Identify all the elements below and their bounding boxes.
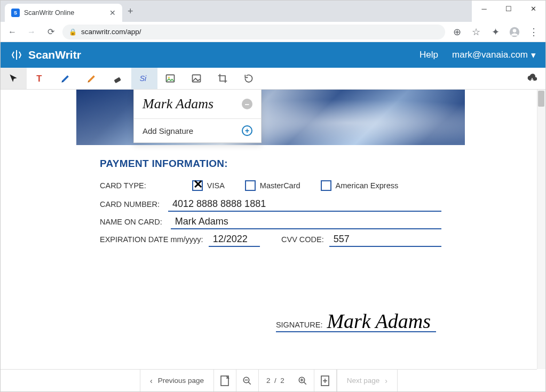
exp-cvv-row: EXPIRATION DATE mm/yyyy: 12/2022 CVV COD… [100,233,441,247]
browser-tab[interactable]: S ScanWritr Online ✕ [5,4,122,22]
name-row: NAME ON CARD: Mark Adams [100,215,441,229]
name-value[interactable]: Mark Adams [171,215,441,229]
user-menu[interactable]: mark@vanaia.com ▾ [452,50,536,61]
scrollbar-thumb[interactable] [538,91,544,107]
next-page-label: Next page [347,377,380,385]
browser-right-icons: ⊕ ☆ ✦ ⋮ [449,25,541,39]
cvv-label: CVV CODE: [281,235,324,244]
svg-line-11 [249,382,251,385]
canvas: PAYMENT INFORMATION: CARD TYPE: VISA Mas… [1,90,545,391]
tab-close-icon[interactable]: ✕ [109,9,116,17]
tool-crop[interactable] [210,68,236,89]
section-title: PAYMENT INFORMATION: [100,158,441,170]
signature-area: SIGNATURE: Mark Adams [100,311,441,332]
tool-signature[interactable]: Si [131,68,157,89]
signature-label: SIGNATURE: [276,321,323,331]
page-sep: / [274,377,276,385]
card-type-row: CARD TYPE: VISA MasterCard American Expr… [100,180,441,191]
tool-eraser[interactable] [105,68,131,89]
page-indicator: 2 / 2 [259,377,292,385]
close-window-button[interactable]: ✕ [521,1,545,17]
checkbox-icon [321,180,331,191]
tool-text[interactable]: T [27,68,53,89]
svg-point-1 [513,29,517,33]
name-label: NAME ON CARD: [100,218,162,226]
chevron-left-icon: ‹ [150,377,153,385]
maximize-button[interactable]: ☐ [496,1,521,17]
checkbox-icon [245,180,256,191]
card-number-row: CARD NUMBER: 4012 8888 8888 1881 [100,197,441,212]
zoom-in-button[interactable] [292,370,314,392]
page-icon [220,375,230,386]
fit-page-button[interactable] [214,370,236,392]
prev-page-label: Previous page [158,377,204,385]
add-page-button[interactable] [314,370,337,392]
nav-back-button[interactable]: ← [5,25,20,39]
header-right: Help mark@vanaia.com ▾ [420,50,536,61]
tool-marker[interactable] [79,68,105,89]
brand[interactable]: ScanWritr [10,49,81,61]
minimize-button[interactable]: ─ [472,1,496,17]
current-page: 2 [266,377,271,385]
vertical-scrollbar[interactable] [537,90,545,369]
option-visa[interactable]: VISA [192,180,225,191]
cvv-value[interactable]: 557 [329,233,441,247]
star-icon[interactable]: ☆ [469,25,484,39]
lock-icon: 🔒 [69,28,77,36]
signature-line[interactable]: SIGNATURE: Mark Adams [276,311,436,332]
signature-item[interactable]: Mark Adams − [134,90,261,118]
browser-window: S ScanWritr Online ✕ + ─ ☐ ✕ ← → ⟳ 🔒 sca… [0,0,546,392]
option-amex[interactable]: American Express [321,180,399,191]
help-link[interactable]: Help [420,50,438,60]
add-signature-item[interactable]: Add Signature + [134,118,261,142]
chevron-down-icon: ▾ [531,50,536,61]
favicon-icon: S [11,9,20,17]
option-mastercard[interactable]: MasterCard [245,180,300,191]
add-signature-icon[interactable]: + [242,125,252,136]
checkbox-icon [192,180,203,191]
new-tab-button[interactable]: + [128,6,133,17]
exp-label: EXPIRATION DATE mm/yyyy: [100,235,203,244]
card-number-value[interactable]: 4012 8888 8888 1881 [168,197,441,212]
add-bookmark-icon[interactable]: ⊕ [449,25,464,39]
user-email: mark@vanaia.com [452,50,528,60]
svg-rect-4 [114,77,121,84]
tool-image[interactable] [157,68,184,89]
chevron-right-icon: › [385,377,387,385]
page-plus-icon [320,375,330,386]
next-page-button[interactable]: Next page › [337,370,398,392]
profile-icon[interactable] [507,25,522,39]
zoom-out-button[interactable] [236,370,259,392]
remove-signature-icon[interactable]: − [242,99,252,109]
url-field[interactable]: 🔒 scanwritr.com/app/ [62,25,445,39]
titlebar: S ScanWritr Online ✕ + ─ ☐ ✕ [1,1,545,22]
toolbar-spacer [262,68,519,89]
signature-sample: Mark Adams [143,96,213,112]
add-signature-label: Add Signature [143,126,193,135]
signature-value: Mark Adams [325,311,433,331]
page-footer: ‹ Previous page 2 / 2 [1,369,537,391]
tool-insert-image[interactable] [184,68,210,89]
tool-rotate[interactable] [236,68,262,89]
extensions-icon[interactable]: ✦ [488,25,503,39]
tool-export[interactable] [519,68,545,89]
option-label: American Express [336,181,399,190]
tab-strip: S ScanWritr Online ✕ + [1,1,472,22]
total-pages: 2 [280,377,284,385]
nav-forward-button[interactable]: → [24,25,39,39]
card-number-label: CARD NUMBER: [100,200,160,209]
exp-value[interactable]: 12/2022 [209,233,260,247]
window-controls: ─ ☐ ✕ [472,1,545,17]
toolbar: T Si [1,68,545,90]
menu-icon[interactable]: ⋮ [526,25,541,39]
app-header: ScanWritr Help mark@vanaia.com ▾ [1,42,545,68]
signature-dropdown: Mark Adams − Add Signature + [133,90,262,143]
svg-point-7 [168,77,170,78]
svg-text:T: T [36,74,42,84]
brand-name: ScanWritr [28,49,81,61]
prev-page-button[interactable]: ‹ Previous page [140,370,214,392]
nav-reload-button[interactable]: ⟳ [43,25,58,39]
tool-select[interactable] [1,68,27,89]
tool-pen[interactable] [53,68,79,89]
tab-title: ScanWritr Online [24,9,105,17]
